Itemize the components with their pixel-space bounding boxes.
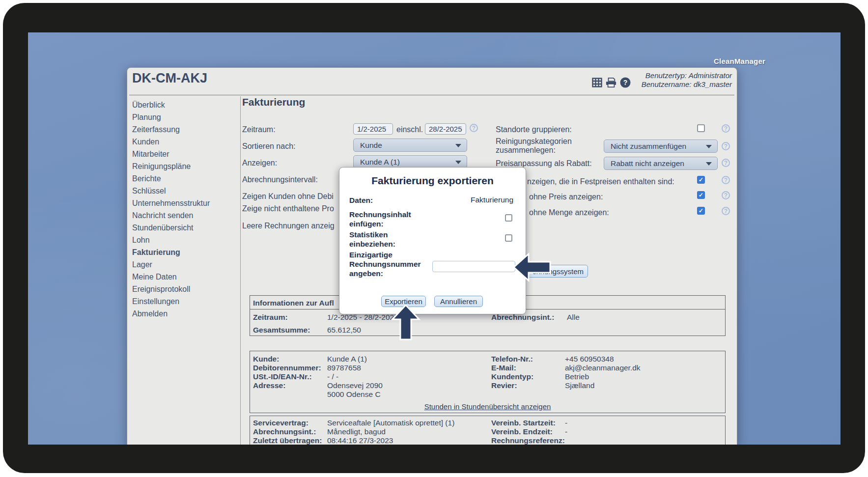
preisanpassung-help-icon[interactable] [722, 159, 730, 167]
sidebar-item-schluessel[interactable]: Schlüssel [132, 185, 238, 197]
statistiken-checkbox[interactable] [505, 234, 512, 242]
statistiken-label: Statistiken einbeziehen: [349, 230, 395, 249]
sidebar-item-abmelden[interactable]: Abmelden [132, 308, 238, 320]
anzeigen-label: Anzeigen: [242, 159, 277, 168]
sidebar-item-lohn[interactable]: Lohn [132, 234, 238, 246]
endzeit-label: Vereinb. Endzeit: [491, 427, 553, 436]
svg-text:?: ? [623, 79, 628, 86]
revier-label: Revier: [491, 381, 517, 390]
print-icon[interactable] [606, 77, 616, 88]
sortieren-value: Kunde [360, 141, 382, 150]
zeitraum-help-icon[interactable] [470, 124, 478, 132]
ust-label: USt.-ID/EAN-Nr.: [253, 372, 312, 381]
rechnungsnummer-label: Einzigartige Rechnungsnummer angeben: [349, 250, 421, 278]
sidebar-item-ereignisprotokoll[interactable]: Ereignisprotokoll [132, 283, 238, 295]
sortieren-select[interactable]: Kunde [353, 139, 467, 152]
startzeit-label: Vereinb. Startzeit: [491, 419, 556, 427]
festpreise-label: nzeigen, die in Festpreisen enthalten si… [527, 177, 674, 186]
daten-value: Fakturierung [471, 196, 513, 204]
rechnungsinhalt-checkbox[interactable] [505, 214, 512, 222]
reinigungskategorien-label: Reinigungskategorien zusammenlegen: [496, 137, 572, 155]
nicht-enthaltene-label: Zeige nicht enthaltene Pro [242, 204, 334, 213]
standorte-help-icon[interactable] [722, 124, 730, 133]
export-dialog: Fakturierung exportieren Daten: Fakturie… [339, 167, 526, 314]
revier-value: Sjælland [565, 381, 594, 390]
kundentyp-value: Betrieb [565, 372, 589, 381]
telefon-value: +45 60950348 [565, 355, 614, 364]
user-info: Benutzertyp: Administrator Benutzername:… [642, 71, 732, 89]
endzeit-value: - [565, 427, 567, 436]
email-value: akj@cleanmanager.dk [565, 364, 641, 372]
kunde-value: Kunde A (1) [327, 355, 367, 364]
cancel-button[interactable]: Annullieren [434, 296, 483, 307]
sidebar-item-reinigungsplaene[interactable]: Reinigungspläne [132, 160, 238, 172]
preisanpassung-select[interactable]: Rabatt nicht anzeigen [604, 157, 718, 170]
preisanpassung-value: Rabatt nicht anzeigen [611, 159, 684, 168]
zuletzt-label: Zuletzt übertragen: [253, 436, 322, 445]
rechnungsnummer-input[interactable] [432, 261, 515, 272]
screenshot-root: CleanManager DK-CM-AKJ ? Benutzertyp: Ad… [0, 0, 868, 477]
abrechnungsint2-label: Abrechnungsint.: [253, 427, 316, 436]
kunden-ohne-label: Zeigen Kunden ohne Debi [242, 192, 334, 201]
sidebar-item-lager[interactable]: Lager [132, 258, 238, 271]
servicevertrag-label: Servicevertrag: [253, 419, 308, 427]
content-divider [240, 96, 241, 445]
ohne-preis-checkbox[interactable] [697, 191, 705, 199]
sidebar-item-stundenuebersicht[interactable]: Stundenübersicht [132, 222, 238, 234]
zuletzt-value: 08:44:16 27/3-2023 [327, 436, 393, 445]
standorte-label: Standorte gruppieren: [496, 125, 572, 134]
debitor-value: 89787658 [327, 364, 361, 372]
anzeigen-value: Kunde A (1) [360, 158, 400, 167]
sidebar-item-planung[interactable]: Planung [132, 111, 238, 123]
sidebar-item-mitarbeiter[interactable]: Mitarbeiter [132, 148, 238, 160]
ohne-menge-checkbox[interactable] [697, 207, 705, 215]
zeitraum-from-input[interactable] [353, 123, 393, 135]
email-label: E-Mail: [491, 364, 516, 372]
table-grid-icon[interactable] [591, 77, 602, 88]
startzeit-value: - [565, 419, 567, 427]
cleanmanager-logo: CleanManager [714, 57, 765, 65]
rechnungsinhalt-label: Rechnungsinhalt einfügen: [349, 210, 411, 228]
anzeigen-select[interactable]: Kunde A (1) [353, 155, 467, 168]
servicevertrag-value: Serviceaftale [Automatisk oprettet] (1) [327, 419, 454, 427]
sidebar-item-nachricht-senden[interactable]: Nachricht senden [132, 209, 238, 222]
summary-header-text: Informationen zur Aufl [253, 299, 334, 308]
header-divider [129, 95, 734, 95]
reinigungskategorien-select[interactable]: Nicht zusammenfügen [604, 140, 718, 153]
sidebar-item-berichte[interactable]: Berichte [132, 172, 238, 185]
festpreise-checkbox[interactable] [697, 176, 705, 184]
ohne-preis-label: ohne Preis anzeigen: [529, 193, 603, 201]
debitor-label: Debitorennummer: [253, 364, 321, 372]
sidebar-item-unternehmensstruktur[interactable]: Unternehmensstruktur [132, 197, 238, 209]
sidebar-item-zeiterfassung[interactable]: Zeiterfassung [132, 123, 238, 136]
stundenuebersicht-link[interactable]: Stunden in Stundenübersicht anzeigen [250, 402, 725, 411]
adresse-value: Odensevej 2090 5000 Odense C [327, 381, 383, 399]
window-toolbar: ? [591, 77, 631, 88]
zeitraum-to-input[interactable] [425, 123, 466, 135]
ust-value: - / - [327, 372, 338, 381]
leere-rechnungen-label: Leere Rechnungen anzeig [242, 222, 335, 230]
sidebar-item-kunden[interactable]: Kunden [132, 136, 238, 148]
ohne-menge-help-icon[interactable] [722, 207, 730, 215]
reinigungskategorien-help-icon[interactable] [722, 142, 730, 150]
export-button[interactable]: Exportieren [381, 296, 426, 307]
sidebar-item-meine-daten[interactable]: Meine Daten [132, 271, 238, 283]
help-icon[interactable]: ? [620, 77, 631, 88]
abrechnungsint2-value: Månedligt, bagud [327, 427, 386, 436]
abrechnungsint-row-value: Alle [567, 313, 580, 322]
sidebar-item-ueberblick[interactable]: Überblick [132, 99, 238, 111]
standorte-checkbox[interactable] [697, 124, 705, 132]
contract-table: Servicevertrag: Serviceaftale [Automatis… [250, 416, 726, 445]
user-type: Benutzertyp: Administrator [642, 71, 732, 80]
zeitraum-row-label: Zeitraum: [253, 313, 288, 322]
sidebar-item-einstellungen[interactable]: Einstellungen [132, 295, 238, 308]
telefon-label: Telefon-Nr.: [491, 355, 533, 364]
section-heading: Fakturierung [242, 96, 305, 108]
ohne-preis-help-icon[interactable] [722, 191, 730, 199]
dialog-title: Fakturierung exportieren [339, 175, 526, 187]
user-name: Benutzername: dk3_master [642, 80, 732, 89]
adresse-label: Adresse: [253, 381, 285, 390]
sortieren-label: Sortieren nach: [242, 142, 296, 151]
sidebar-item-fakturierung[interactable]: Fakturierung [132, 246, 238, 258]
festpreise-help-icon[interactable] [722, 176, 730, 184]
